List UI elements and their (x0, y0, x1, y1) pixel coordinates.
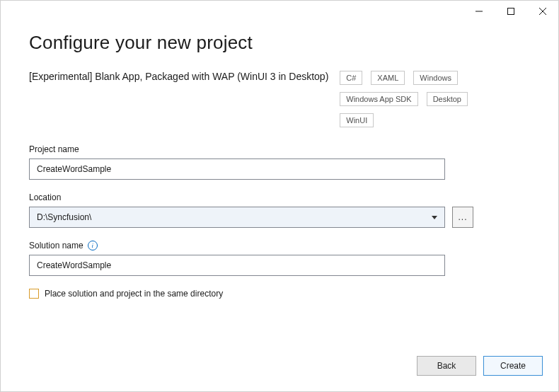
template-tag: Windows (413, 71, 458, 85)
location-label: Location (29, 192, 530, 202)
same-directory-row: Place solution and project in the same d… (29, 289, 530, 299)
content-area: Configure your new project [Experimental… (1, 32, 558, 299)
maximize-button[interactable] (495, 1, 526, 22)
back-button[interactable]: Back (417, 356, 476, 376)
svg-rect-1 (507, 8, 514, 15)
same-directory-label: Place solution and project in the same d… (45, 289, 223, 299)
template-row: [Experimental] Blank App, Packaged with … (29, 69, 530, 127)
template-tag: XAML (371, 71, 405, 85)
browse-button[interactable]: ... (452, 207, 473, 228)
minimize-button[interactable] (463, 1, 495, 22)
solution-name-label-text: Solution name (29, 241, 83, 250)
template-tag: WinUI (340, 113, 374, 127)
project-name-label: Project name (29, 144, 530, 154)
footer-buttons: Back Create (417, 356, 543, 376)
close-button[interactable] (526, 1, 558, 22)
template-tag: Desktop (427, 92, 468, 106)
solution-name-group: Solution name i (29, 241, 530, 276)
location-combobox[interactable]: D:\Syncfusion\ (29, 207, 445, 228)
info-icon[interactable]: i (88, 241, 98, 250)
template-tag: C# (340, 71, 362, 85)
project-name-group: Project name (29, 144, 530, 180)
template-name: [Experimental] Blank App, Packaged with … (29, 69, 328, 83)
template-tags: C# XAML Windows Windows App SDK Desktop … (340, 71, 488, 127)
location-value: D:\Syncfusion\ (37, 212, 91, 222)
page-title: Configure your new project (29, 32, 530, 54)
title-bar (1, 1, 558, 22)
window-controls (463, 1, 558, 22)
location-group: Location D:\Syncfusion\ ... (29, 192, 530, 228)
solution-name-input[interactable] (29, 255, 445, 276)
same-directory-checkbox[interactable] (29, 289, 39, 299)
template-tag: Windows App SDK (340, 92, 417, 106)
chevron-down-icon (432, 216, 437, 219)
project-name-input[interactable] (29, 158, 445, 180)
solution-name-label: Solution name i (29, 241, 530, 250)
create-button[interactable]: Create (483, 356, 543, 376)
